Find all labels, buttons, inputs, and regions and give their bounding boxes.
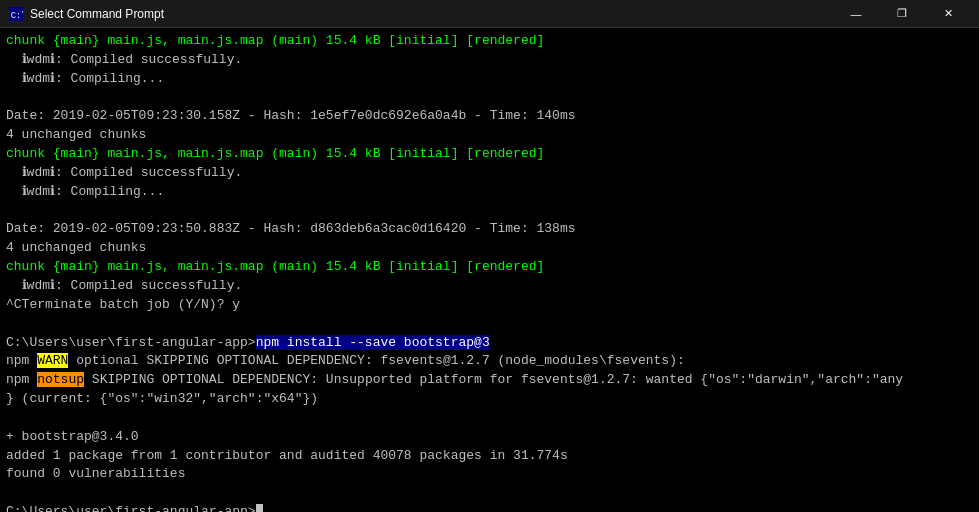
window-title: Select Command Prompt (30, 7, 833, 21)
minimize-button[interactable]: — (833, 0, 879, 28)
line-8: ℹwdmℹ: Compiled successfully. (6, 164, 973, 183)
vulnerabilities: found 0 vulnerabilities (6, 465, 973, 484)
window-controls: — ❐ ✕ (833, 0, 971, 28)
bootstrap-installed: + bootstrap@3.4.0 (6, 428, 973, 447)
line-6: 4 unchanged chunks (6, 126, 973, 145)
line-15: ^CTerminate batch job (Y/N)? y (6, 296, 973, 315)
cmd-line: C:\Users\user\first-angular-app>npm inst… (6, 334, 973, 353)
line-12: 4 unchanged chunks (6, 239, 973, 258)
maximize-button[interactable]: ❐ (879, 0, 925, 28)
svg-text:C:\: C:\ (11, 10, 23, 20)
npm-warn-2: npm notsup SKIPPING OPTIONAL DEPENDENCY:… (6, 371, 973, 390)
blank-5 (6, 484, 973, 503)
line-7: chunk {main} main.js, main.js.map (main)… (6, 145, 973, 164)
line-3: ℹwdmℹ: Compiling... (6, 70, 973, 89)
titlebar: C:\ Select Command Prompt — ❐ ✕ (0, 0, 979, 28)
line-13: chunk {main} main.js, main.js.map (main)… (6, 258, 973, 277)
npm-warn-1: npm WARN optional SKIPPING OPTIONAL DEPE… (6, 352, 973, 371)
npm-warn-3: } (current: {"os":"win32","arch":"x64"}) (6, 390, 973, 409)
blank-3 (6, 315, 973, 334)
line-5: Date: 2019-02-05T09:23:30.158Z - Hash: 1… (6, 107, 973, 126)
line-1: chunk {main} main.js, main.js.map (main)… (6, 32, 973, 51)
close-button[interactable]: ✕ (925, 0, 971, 28)
added-packages: added 1 package from 1 contributor and a… (6, 447, 973, 466)
final-prompt: C:\Users\user\first-angular-app>_ (6, 503, 973, 512)
blank-4 (6, 409, 973, 428)
blank-1 (6, 89, 973, 108)
line-2: ℹwdmℹ: Compiled successfully. (6, 51, 973, 70)
line-11: Date: 2019-02-05T09:23:50.883Z - Hash: d… (6, 220, 973, 239)
window: C:\ Select Command Prompt — ❐ ✕ chunk {m… (0, 0, 979, 512)
blank-2 (6, 202, 973, 221)
terminal-body[interactable]: chunk {main} main.js, main.js.map (main)… (0, 28, 979, 512)
line-9: ℹwdmℹ: Compiling... (6, 183, 973, 202)
line-14: ℹwdmℹ: Compiled successfully. (6, 277, 973, 296)
cmd-icon: C:\ (8, 6, 24, 22)
